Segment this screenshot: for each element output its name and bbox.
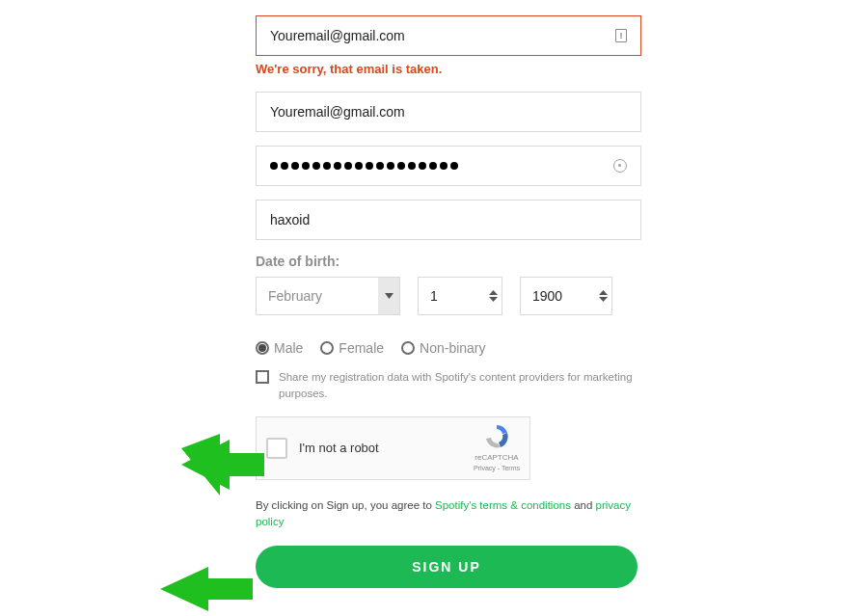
confirm-email-value: Youremail@gmail.com [270, 104, 405, 120]
password-mask [270, 162, 613, 170]
svg-marker-7 [599, 297, 608, 302]
radio-icon [256, 341, 269, 355]
svg-marker-2 [160, 567, 253, 611]
dob-year-value: 1900 [532, 288, 562, 304]
share-data-row: Share my registration data with Spotify'… [256, 369, 641, 403]
radio-icon [401, 341, 415, 355]
email-value: Youremail@gmail.com [270, 28, 405, 43]
terms-prefix: By clicking on Sign up, you agree to [256, 499, 435, 511]
dob-year-input[interactable]: 1900 [520, 277, 612, 315]
radio-icon [320, 341, 334, 355]
share-data-checkbox[interactable] [256, 370, 269, 384]
key-icon [613, 159, 627, 173]
recaptcha-widget: I'm not a robot reCAPTCHA Privacy - Term… [256, 416, 530, 480]
stepper-icon [489, 290, 498, 302]
email-error-text: We're sorry, that email is taken. [256, 62, 641, 76]
recaptcha-links[interactable]: Privacy - Terms [474, 464, 520, 472]
radio-label: Non-binary [420, 340, 485, 356]
terms-mid: and [571, 499, 596, 511]
alert-icon: ! [615, 29, 627, 42]
terms-link[interactable]: Spotify's terms & conditions [435, 499, 571, 511]
svg-marker-3 [385, 293, 393, 299]
dob-month-select[interactable]: February [256, 277, 400, 315]
password-field[interactable] [256, 146, 641, 186]
stepper-icon [599, 290, 608, 302]
gender-radio-female[interactable]: Female [320, 340, 384, 356]
recaptcha-logo: reCAPTCHA Privacy - Terms [474, 423, 520, 472]
chevron-down-icon [378, 278, 399, 314]
svg-marker-5 [489, 297, 498, 302]
arrow-signup-annotation [160, 563, 253, 615]
email-field[interactable]: Youremail@gmail.com ! [256, 15, 641, 56]
recaptcha-checkbox[interactable] [266, 438, 287, 459]
signup-button[interactable]: SIGN UP [256, 546, 637, 588]
confirm-email-field[interactable]: Youremail@gmail.com [256, 92, 641, 132]
svg-marker-6 [599, 290, 608, 295]
gender-radio-male[interactable]: Male [256, 340, 303, 356]
display-name-field[interactable]: haxoid [256, 200, 641, 240]
dob-month-value: February [268, 288, 322, 304]
dob-day-input[interactable]: 1 [418, 277, 502, 315]
radio-label: Male [274, 340, 303, 356]
share-data-label: Share my registration data with Spotify'… [279, 369, 641, 403]
recaptcha-brand: reCAPTCHA [474, 453, 520, 463]
signup-form: Youremail@gmail.com ! We're sorry, that … [256, 0, 641, 588]
svg-marker-4 [489, 290, 498, 295]
dob-row: February 1 1900 [256, 277, 641, 315]
radio-label: Female [339, 340, 384, 356]
dob-label: Date of birth: [256, 254, 641, 269]
dob-day-value: 1 [430, 288, 438, 304]
terms-text: By clicking on Sign up, you agree to Spo… [256, 497, 641, 531]
recaptcha-label: I'm not a robot [299, 441, 474, 455]
gender-radio-non-binary[interactable]: Non-binary [401, 340, 485, 356]
arrow-captcha-annotation [181, 434, 264, 495]
gender-row: MaleFemaleNon-binary [256, 340, 641, 356]
display-name-value: haxoid [270, 212, 310, 228]
